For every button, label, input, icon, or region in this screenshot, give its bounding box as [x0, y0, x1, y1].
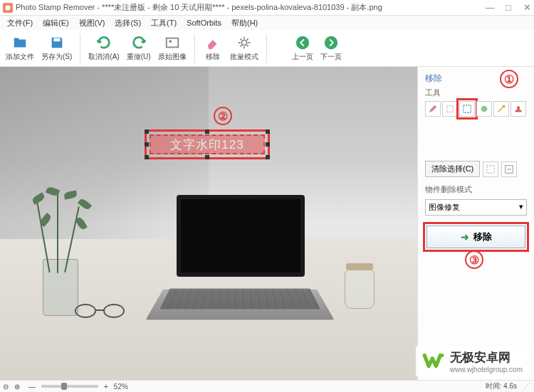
folder-icon	[12, 35, 28, 51]
undo-label: 取消消(A)	[88, 52, 119, 62]
menubar: 文件(F) 编辑(E) 视图(V) 选择(S) 工具(T) SoftOrbits…	[0, 16, 534, 30]
original-button[interactable]: 原始图像	[155, 33, 189, 63]
callout-1: ①	[500, 70, 518, 88]
svg-rect-2	[53, 38, 60, 41]
gear-icon	[236, 35, 252, 51]
zoom-percent: 52%	[114, 383, 128, 391]
svg-point-6	[295, 36, 308, 48]
side-panel: 移除 工具 ① 清除选择(C) 物件删除模式 图像修复 ▾	[417, 67, 534, 380]
remove-tool-button[interactable]: 移除	[200, 33, 226, 63]
svg-point-14	[440, 354, 444, 357]
watermark-selection[interactable]: 文字水印123	[145, 129, 270, 159]
batch-button[interactable]: 批量模式	[227, 33, 261, 63]
svg-point-4	[169, 40, 172, 43]
brand-url: www.wjhotelgroup.com	[450, 366, 523, 374]
pencil-tool[interactable]	[425, 101, 441, 117]
svg-point-1	[6, 5, 11, 10]
prev-label: 上一页	[292, 52, 313, 62]
svg-point-7	[324, 36, 337, 48]
callout-3: ③	[465, 250, 483, 269]
undo-icon	[96, 35, 112, 51]
next-page-button[interactable]: 下一页	[318, 33, 345, 63]
prev-icon	[295, 35, 310, 51]
svg-point-9	[481, 106, 488, 112]
brand-watermark: 无极安卓网 www.wjhotelgroup.com	[416, 346, 528, 376]
svg-rect-11	[517, 107, 520, 110]
statusbar: ⊖ ⊕ — + 52% 时间: 4.6s ⋰	[0, 380, 534, 392]
remove-tool-label: 移除	[206, 52, 220, 62]
tools-label: 工具	[425, 88, 527, 98]
svg-rect-10	[515, 110, 522, 112]
menu-tools[interactable]: 工具(T)	[147, 16, 181, 30]
canvas-image: 文字水印123 ②	[0, 67, 417, 380]
menu-view[interactable]: 视图(V)	[75, 16, 110, 30]
stamp-tool[interactable]	[511, 101, 526, 117]
menu-edit[interactable]: 编辑(E)	[38, 16, 73, 30]
mode-select[interactable]: 图像修复 ▾	[425, 199, 527, 216]
main-area: 文字水印123 ② 移除 工具 ①	[0, 67, 534, 380]
reselect-button[interactable]	[501, 161, 517, 177]
clear-selection-button[interactable]: 清除选择(C)	[425, 161, 480, 177]
mode-label: 物件删除模式	[425, 184, 527, 195]
zoom-out-icon[interactable]: ⊖	[3, 383, 9, 391]
next-label: 下一页	[320, 52, 342, 62]
color-select-tool[interactable]	[476, 101, 492, 117]
prev-page-button[interactable]: 上一页	[289, 33, 316, 63]
svg-rect-3	[166, 38, 178, 47]
svg-rect-12	[487, 165, 495, 173]
undo-button[interactable]: 取消消(A)	[85, 33, 122, 63]
redo-label: 重做(U)	[127, 52, 151, 62]
remove-button[interactable]: ➜ 移除	[426, 226, 525, 248]
toolbar: 添加文件 另存为(S) 取消消(A) 重做(U) 原始图像 移除 批量模式	[0, 30, 534, 67]
redo-button[interactable]: 重做(U)	[124, 33, 154, 63]
app-icon	[3, 3, 13, 13]
batch-label: 批量模式	[230, 52, 258, 62]
redo-icon	[131, 35, 147, 51]
menu-select[interactable]: 选择(S)	[110, 16, 145, 30]
next-icon	[323, 35, 339, 51]
status-time: 时间: 4.6s	[486, 381, 517, 391]
save-as-label: 另存为(S)	[41, 52, 72, 62]
close-button[interactable]: ✕	[523, 4, 531, 12]
eraser-icon	[205, 35, 221, 51]
watermark-text: 文字水印123	[150, 134, 265, 154]
add-file-label: 添加文件	[6, 52, 34, 62]
freeform-tool[interactable]	[442, 101, 458, 117]
magic-tool[interactable]	[493, 101, 509, 117]
maximize-button[interactable]: □	[504, 4, 513, 12]
zoom-slider[interactable]	[41, 385, 98, 388]
canvas-area[interactable]: 文字水印123 ②	[0, 67, 417, 380]
menu-softorbits[interactable]: SoftOrbits	[182, 17, 226, 28]
svg-point-5	[241, 40, 246, 45]
rect-select-tool[interactable]	[459, 101, 475, 117]
resize-grip-icon[interactable]: ⋰	[524, 381, 531, 391]
save-as-button[interactable]: 另存为(S)	[38, 33, 75, 63]
save-icon	[49, 35, 65, 51]
arrow-right-icon: ➜	[461, 231, 469, 243]
menu-help[interactable]: 帮助(H)	[227, 16, 262, 30]
tool-grid	[425, 101, 527, 117]
original-label: 原始图像	[158, 52, 187, 62]
add-file-button[interactable]: 添加文件	[3, 33, 37, 63]
menu-file[interactable]: 文件(F)	[3, 16, 37, 30]
zoom-in-icon[interactable]: ⊕	[14, 383, 20, 391]
brand-name: 无极安卓网	[450, 349, 523, 366]
deselect-button[interactable]	[483, 161, 498, 177]
minimize-button[interactable]: —	[486, 4, 494, 12]
brand-icon	[422, 349, 446, 374]
callout-2: ②	[214, 107, 232, 125]
titlebar: Photo Stamp Remover - ****未注册版 - 剩余 10 天…	[0, 0, 534, 16]
original-icon	[164, 35, 180, 51]
svg-rect-8	[464, 105, 471, 113]
title-text: Photo Stamp Remover - ****未注册版 - 剩余 10 天…	[16, 2, 486, 13]
